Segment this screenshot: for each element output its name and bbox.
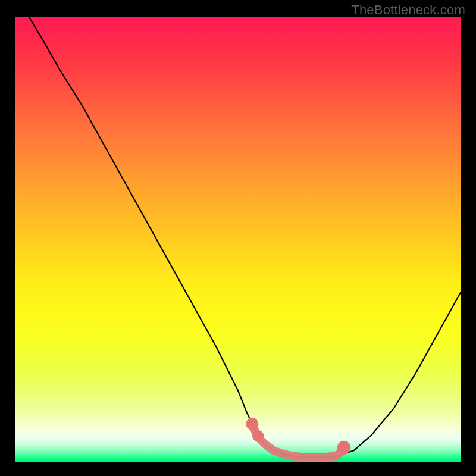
highlight-segment [251,422,345,458]
chart-container: TheBottleneck.com [0,0,476,476]
highlight-marker [252,430,264,441]
plot-area [15,17,461,462]
watermark-text: TheBottleneck.com [351,2,465,18]
bottleneck-curve [29,17,461,458]
highlight-marker [246,418,258,430]
highlight-markers [246,418,350,454]
highlight-marker [337,441,350,454]
curve-svg [15,17,461,462]
